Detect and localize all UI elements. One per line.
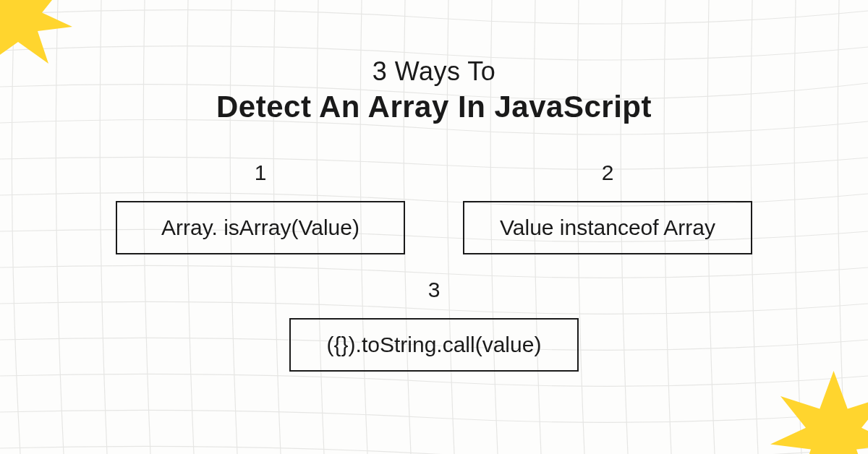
method-2: 2 Value instanceof Array <box>463 160 752 254</box>
methods-row-1: 1 Array. isArray(Value) 2 Value instance… <box>116 160 752 254</box>
method-code-box: Array. isArray(Value) <box>116 201 405 254</box>
slide-content: 3 Ways To Detect An Array In JavaScript … <box>0 0 868 454</box>
method-number: 2 <box>602 160 614 185</box>
title-main: Detect An Array In JavaScript <box>216 90 652 124</box>
method-1: 1 Array. isArray(Value) <box>116 160 405 254</box>
method-number: 1 <box>255 160 267 185</box>
method-3: 3 ({}).toString.call(value) <box>289 278 579 372</box>
method-number: 3 <box>428 278 441 302</box>
title-pre: 3 Ways To <box>373 56 496 87</box>
method-code-box: ({}).toString.call(value) <box>289 318 579 372</box>
method-code-box: Value instanceof Array <box>463 201 752 254</box>
